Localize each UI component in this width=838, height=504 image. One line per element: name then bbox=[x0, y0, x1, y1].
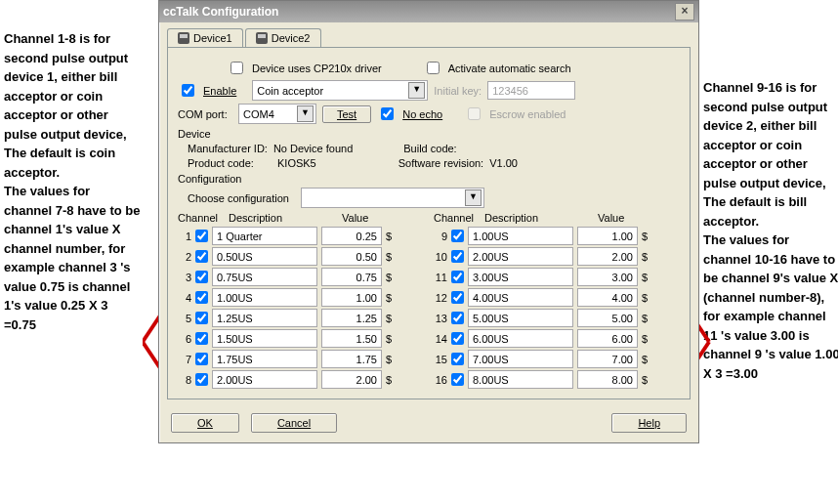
tab-label: Device2 bbox=[272, 32, 311, 44]
choose-config-combo[interactable]: ▼ bbox=[301, 188, 484, 208]
test-label: Test bbox=[337, 108, 356, 120]
channel-desc-input[interactable] bbox=[468, 309, 573, 327]
currency-label: $ bbox=[642, 374, 649, 386]
channel-value-input[interactable] bbox=[577, 288, 638, 307]
build-code-label: Build code: bbox=[403, 143, 456, 154]
channel-number: 2 bbox=[178, 251, 191, 263]
test-button[interactable]: Test bbox=[322, 105, 371, 123]
channel-desc-input[interactable] bbox=[212, 329, 317, 348]
channel-enable-checkbox[interactable] bbox=[451, 230, 464, 242]
channel-value-input[interactable] bbox=[321, 227, 382, 245]
no-echo-checkbox[interactable] bbox=[381, 107, 394, 120]
device-type-combo[interactable]: Coin acceptor▼ bbox=[252, 80, 428, 101]
channel-enable-checkbox[interactable] bbox=[451, 271, 464, 283]
channel-number: 1 bbox=[178, 231, 191, 242]
panel: Device uses CP210x driver Activate autom… bbox=[167, 47, 691, 399]
currency-label: $ bbox=[386, 272, 394, 283]
channel-enable-checkbox[interactable] bbox=[451, 250, 464, 263]
channel-desc-input[interactable] bbox=[212, 227, 317, 245]
channel-value-input[interactable] bbox=[321, 268, 382, 286]
channel-enable-checkbox[interactable] bbox=[195, 250, 208, 263]
channel-desc-input[interactable] bbox=[212, 268, 317, 286]
help-label: Help bbox=[638, 417, 660, 429]
footer: OK Cancel Help bbox=[159, 407, 698, 442]
ok-button[interactable]: OK bbox=[171, 413, 239, 433]
ok-label: OK bbox=[197, 417, 213, 429]
mfr-id-value: No Device found bbox=[273, 143, 353, 154]
channel-value-input[interactable] bbox=[577, 268, 638, 286]
left-annotation: Channel 1-8 is for second pulse output d… bbox=[4, 29, 141, 334]
currency-label: $ bbox=[642, 333, 649, 345]
channel-value-input[interactable] bbox=[321, 370, 382, 389]
channel-value-input[interactable] bbox=[577, 329, 638, 348]
initial-key-label: Initial key: bbox=[434, 85, 482, 97]
channel-row: 11$ bbox=[434, 268, 680, 286]
hdr-channel: Channel bbox=[434, 212, 479, 224]
enable-label: Enable bbox=[203, 85, 236, 97]
channel-desc-input[interactable] bbox=[212, 247, 317, 266]
channel-number: 6 bbox=[178, 333, 191, 345]
activate-auto-checkbox[interactable] bbox=[427, 62, 440, 74]
channel-enable-checkbox[interactable] bbox=[195, 271, 208, 283]
currency-label: $ bbox=[386, 333, 394, 345]
channel-desc-input[interactable] bbox=[212, 350, 317, 368]
com-port-combo[interactable]: COM4▼ bbox=[238, 104, 316, 124]
channel-desc-input[interactable] bbox=[468, 247, 573, 266]
sw-rev-value: V1.00 bbox=[489, 157, 518, 169]
channel-enable-checkbox[interactable] bbox=[195, 312, 208, 324]
channel-value-input[interactable] bbox=[577, 227, 638, 245]
channel-enable-checkbox[interactable] bbox=[451, 332, 464, 345]
channel-enable-checkbox[interactable] bbox=[195, 353, 208, 365]
close-button[interactable]: × bbox=[675, 3, 694, 21]
currency-label: $ bbox=[642, 231, 649, 242]
cp210x-checkbox[interactable] bbox=[230, 62, 243, 74]
channel-enable-checkbox[interactable] bbox=[195, 230, 208, 242]
channel-row: 3$ bbox=[178, 268, 424, 286]
hdr-value: Value bbox=[342, 212, 400, 224]
channel-enable-checkbox[interactable] bbox=[451, 373, 464, 386]
channel-value-input[interactable] bbox=[321, 288, 382, 307]
cancel-button[interactable]: Cancel bbox=[251, 413, 337, 433]
channel-enable-checkbox[interactable] bbox=[195, 291, 208, 304]
hdr-channel: Channel bbox=[178, 212, 223, 224]
enable-checkbox[interactable] bbox=[182, 84, 194, 97]
channel-value-input[interactable] bbox=[321, 247, 382, 266]
channel-desc-input[interactable] bbox=[468, 350, 573, 368]
device-type-value: Coin acceptor bbox=[257, 85, 323, 97]
channel-value-input[interactable] bbox=[321, 329, 382, 348]
currency-label: $ bbox=[386, 374, 394, 386]
channel-desc-input[interactable] bbox=[468, 329, 573, 348]
channel-row: 10$ bbox=[434, 247, 680, 266]
channel-desc-input[interactable] bbox=[468, 268, 573, 286]
channel-value-input[interactable] bbox=[321, 309, 382, 327]
channel-number: 9 bbox=[434, 231, 447, 242]
channel-enable-checkbox[interactable] bbox=[451, 312, 464, 324]
tab-device1[interactable]: Device1 bbox=[167, 28, 243, 47]
channel-desc-input[interactable] bbox=[212, 288, 317, 307]
channel-enable-checkbox[interactable] bbox=[195, 332, 208, 345]
channel-desc-input[interactable] bbox=[468, 288, 573, 307]
channel-value-input[interactable] bbox=[577, 370, 638, 389]
activate-auto-label: Activate automatic search bbox=[448, 63, 571, 74]
channel-desc-input[interactable] bbox=[212, 370, 317, 389]
channel-desc-input[interactable] bbox=[468, 370, 573, 389]
channel-value-input[interactable] bbox=[577, 247, 638, 266]
mfr-id-label: Manufacturer ID: bbox=[188, 143, 268, 154]
channel-row: 5$ bbox=[178, 309, 424, 327]
channel-desc-input[interactable] bbox=[468, 227, 573, 245]
currency-label: $ bbox=[642, 313, 649, 324]
device-section-label: Device bbox=[178, 128, 680, 140]
channel-enable-checkbox[interactable] bbox=[451, 353, 464, 365]
escrow-checkbox bbox=[468, 107, 481, 120]
disk-icon bbox=[178, 32, 189, 44]
channel-enable-checkbox[interactable] bbox=[195, 373, 208, 386]
help-button[interactable]: Help bbox=[611, 413, 687, 433]
channel-value-input[interactable] bbox=[321, 350, 382, 368]
channel-enable-checkbox[interactable] bbox=[451, 291, 464, 304]
channel-desc-input[interactable] bbox=[212, 309, 317, 327]
channel-value-input[interactable] bbox=[577, 350, 638, 368]
tab-device2[interactable]: Device2 bbox=[245, 28, 321, 47]
hdr-value: Value bbox=[598, 212, 656, 224]
channel-row: 4$ bbox=[178, 288, 424, 307]
channel-value-input[interactable] bbox=[577, 309, 638, 327]
